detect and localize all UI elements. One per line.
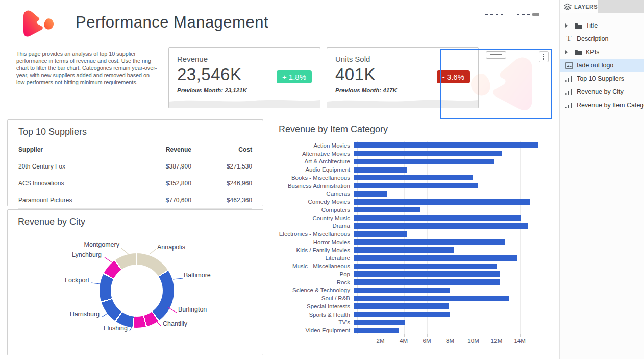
layer-item-fade-out-logo[interactable]: fade out logo	[560, 59, 644, 72]
bar-row: Kids / Family Movies	[279, 246, 552, 254]
bar[interactable]	[354, 151, 502, 156]
layers-tab[interactable]: LAYERS	[560, 0, 598, 13]
bar[interactable]	[354, 312, 450, 317]
bar-track	[354, 215, 548, 221]
layers-panel: LAYERS TitleTDescriptionKPIsfade out log…	[559, 0, 644, 359]
bar-category-label: Alternative Movies	[279, 151, 354, 157]
bar-row: TV's	[279, 319, 552, 327]
table-cell: $770,600	[126, 192, 191, 209]
bar-row: Drama	[279, 222, 552, 230]
bar[interactable]	[354, 175, 473, 180]
layer-item-title[interactable]: Title	[560, 19, 644, 32]
bar[interactable]	[354, 255, 517, 261]
bar-row: Country Music	[279, 214, 552, 222]
table-row: 20th Century Fox$387,900$271,530	[18, 158, 252, 175]
layer-item-revenue-by-item-catego[interactable]: Revenue by Item Catego	[560, 99, 644, 112]
page-title: Performance Management	[76, 13, 268, 32]
bar[interactable]	[354, 207, 420, 212]
drag-handle-icon[interactable]	[486, 51, 506, 59]
bar-row: Books - Miscellaneous	[279, 174, 552, 182]
folder-icon	[575, 22, 582, 29]
bar-chart-icon	[565, 102, 573, 109]
bar[interactable]	[354, 183, 478, 188]
bar-track	[354, 247, 548, 253]
bar-row: Literature	[279, 254, 552, 262]
bar-row: Computers	[279, 206, 552, 214]
layers-panel-header: LAYERS	[560, 0, 644, 13]
bar[interactable]	[354, 247, 454, 253]
bar-category-label: Art & Architecture	[279, 158, 354, 164]
donut-label-lynchburg: Lynchburg	[72, 251, 102, 258]
bar-track	[354, 288, 548, 293]
bar[interactable]	[354, 279, 500, 285]
bar-category-label: Horror Movies	[279, 239, 354, 245]
revenue-by-city-widget[interactable]: Revenue by City AnnapolisBaltimoreBurlin…	[7, 209, 263, 355]
bar-category-label: Comedy Movies	[279, 199, 354, 205]
expand-caret-icon[interactable]	[565, 23, 568, 28]
layer-item-revenue-by-city[interactable]: Revenue by City	[560, 85, 644, 99]
bar[interactable]	[354, 167, 407, 173]
kpi-delta-badge: + 1.8%	[277, 70, 312, 83]
revenue-by-item-category-widget[interactable]: Revenue by Item Category Action MoviesAl…	[279, 124, 552, 334]
donut-label-lockport: Lockport	[65, 277, 89, 284]
bar[interactable]	[354, 296, 509, 301]
layer-item-top-10-suppliers[interactable]: Top 10 Suppliers	[560, 72, 644, 85]
layer-item-label: KPIs	[586, 49, 599, 56]
layer-item-label: Top 10 Suppliers	[577, 75, 624, 82]
text-icon: T	[567, 35, 572, 43]
bar-track	[354, 151, 548, 156]
suppliers-title: Top 10 Suppliers	[18, 127, 252, 137]
bar-track	[354, 199, 548, 205]
bar-category-label: Electronics - Miscellaneous	[279, 231, 354, 237]
bar-track	[354, 255, 548, 261]
dashboard-canvas[interactable]: Performance Management This page provide…	[0, 0, 559, 359]
item-category-chart-title: Revenue by Item Category	[279, 124, 552, 135]
bar[interactable]	[354, 215, 521, 221]
bar-row: Science & Technology	[279, 286, 552, 295]
bar[interactable]	[354, 231, 407, 237]
bar-row: Video Equipment	[279, 326, 552, 334]
bar[interactable]	[354, 159, 494, 164]
bar[interactable]	[354, 288, 450, 293]
donut-ring[interactable]	[100, 253, 174, 328]
expand-caret-icon[interactable]	[565, 50, 568, 54]
bar[interactable]	[354, 239, 505, 245]
bar[interactable]	[354, 328, 399, 333]
bar-row: Soul / R&B	[279, 294, 552, 302]
x-tick-label: 4M	[400, 338, 408, 344]
guide-handle	[532, 13, 539, 16]
bar-track	[354, 328, 548, 333]
kpi-cards: Revenue23,546K+ 1.8%Previous Month: 23,1…	[168, 47, 479, 108]
donut-label-chantilly: Chantilly	[163, 320, 187, 327]
kpi-card-revenue[interactable]: Revenue23,546K+ 1.8%Previous Month: 23,1…	[168, 47, 320, 108]
layer-item-description[interactable]: TDescription	[560, 32, 644, 45]
bar[interactable]	[354, 191, 387, 197]
item-category-bar-chart: Action MoviesAlternative MoviesArt & Arc…	[279, 141, 552, 334]
widget-menu-button[interactable]	[539, 51, 549, 62]
bar[interactable]	[354, 320, 405, 325]
bar-category-label: TV's	[279, 319, 354, 325]
bar[interactable]	[354, 142, 538, 148]
image-icon-wrap	[565, 62, 573, 69]
selected-widget-fade-out-logo[interactable]	[440, 49, 552, 119]
kpi-previous-month: Previous Month: 23,121K	[177, 87, 312, 93]
bar-track	[354, 279, 548, 285]
bar-track	[354, 183, 548, 188]
bar[interactable]	[354, 271, 500, 277]
bar-track	[354, 231, 548, 237]
bar[interactable]	[354, 199, 530, 205]
brand-logo-icon	[18, 7, 59, 41]
bar[interactable]	[354, 264, 497, 269]
bar-category-label: Action Movies	[279, 142, 354, 149]
bar-category-label: Books - Miscellaneous	[279, 175, 354, 181]
layer-item-kpis[interactable]: KPIs	[560, 45, 644, 59]
x-tick-label: 10M	[467, 338, 479, 344]
bar[interactable]	[354, 223, 528, 229]
app-window: Performance Management This page provide…	[0, 0, 644, 359]
x-tick-label: 8M	[446, 338, 454, 344]
x-tick-label: 14M	[514, 338, 525, 344]
bar-row: Pop	[279, 270, 552, 278]
bar[interactable]	[354, 303, 449, 309]
top-10-suppliers-widget[interactable]: Top 10 Suppliers SupplierRevenueCost 20t…	[7, 119, 263, 206]
layers-tab-label: LAYERS	[574, 4, 598, 10]
